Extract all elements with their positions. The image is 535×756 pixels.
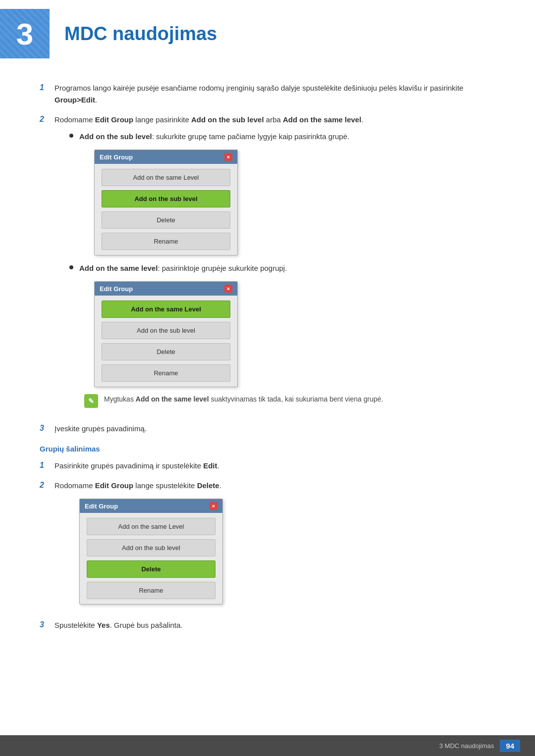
step-2-number: 2 — [40, 115, 54, 124]
section-heading: Grupių šalinimas — [40, 445, 495, 453]
dialog-1: Edit Group × Add on the same Level Add o… — [94, 150, 238, 255]
dialog-3-btn-2[interactable]: Add on the sub level — [87, 539, 215, 556]
footer-label: 3 MDC naudojimas — [439, 742, 494, 750]
footer-page-num: 94 — [500, 740, 520, 752]
dialog-2: Edit Group × Add on the same Level Add o… — [94, 281, 238, 387]
dialog-2-btn-2[interactable]: Add on the sub level — [102, 322, 230, 339]
dialog-1-close[interactable]: × — [224, 153, 232, 161]
del-step-2-number: 2 — [40, 481, 54, 490]
dialog-2-title: Edit Group — [100, 285, 133, 293]
del-step-3: 3 Spustelėkite Yes. Grupė bus pašalinta. — [40, 619, 495, 631]
dialog-3-titlebar: Edit Group × — [80, 499, 222, 513]
step-2: 2 Rodomame Edit Group lange pasirinkite … — [40, 114, 495, 415]
step-3-text: Įveskite grupės pavadinimą. — [54, 423, 495, 435]
step-1-text: Programos lango kairėje pusėje esančiame… — [54, 82, 495, 106]
dialog-1-btn-1[interactable]: Add on the same Level — [102, 169, 230, 186]
bullet-dot-2 — [69, 265, 73, 269]
del-step-2-text: Rodomame Edit Group lange spustelėkite D… — [54, 481, 221, 490]
dialog-2-body: Add on the same Level Add on the sub lev… — [95, 296, 237, 387]
dialog-2-btn-1[interactable]: Add on the same Level — [102, 301, 230, 318]
dialog-3-title: Edit Group — [85, 503, 118, 510]
step-1-number: 1 — [40, 83, 54, 92]
bullet-section-1: Add on the sub level: sukurkite grupę ta… — [69, 131, 495, 408]
page-footer: 3 MDC naudojimas 94 — [0, 735, 535, 756]
note-text: Mygtukas Add on the same level suaktyvin… — [104, 394, 383, 404]
dialog-2-wrapper: Edit Group × Add on the same Level Add o… — [94, 281, 495, 387]
main-content: 1 Programos lango kairėje pusėje esančia… — [0, 67, 535, 679]
bullet-item-1: Add on the sub level: sukurkite grupę ta… — [69, 131, 495, 143]
del-step-1: 1 Pasirinkite grupės pavadinimą ir spust… — [40, 460, 495, 472]
dialog-3-btn-1[interactable]: Add on the same Level — [87, 518, 215, 535]
del-step-2: 2 Rodomame Edit Group lange spustelėkite… — [40, 480, 495, 611]
dialog-1-title: Edit Group — [100, 153, 133, 161]
del-step-1-text: Pasirinkite grupės pavadinimą ir spustel… — [54, 460, 495, 472]
dialog-3-body: Add on the same Level Add on the sub lev… — [80, 513, 222, 604]
dialog-2-btn-4[interactable]: Rename — [102, 364, 230, 382]
step-3: 3 Įveskite grupės pavadinimą. — [40, 423, 495, 435]
bullet-item-2: Add on the same level: pasirinktoje grup… — [69, 262, 495, 274]
del-step-1-number: 1 — [40, 461, 54, 470]
step-3-number: 3 — [40, 424, 54, 433]
dialog-1-body: Add on the same Level Add on the sub lev… — [95, 164, 237, 255]
chapter-number-box: 3 — [0, 9, 50, 58]
chapter-title: MDC naudojimas — [64, 23, 217, 45]
dialog-2-titlebar: Edit Group × — [95, 282, 237, 296]
dialog-3-wrapper: Edit Group × Add on the same Level Add o… — [79, 499, 495, 605]
dialog-1-titlebar: Edit Group × — [95, 150, 237, 164]
page-header: 3 MDC naudojimas — [0, 0, 535, 67]
dialog-1-btn-2[interactable]: Add on the sub level — [102, 190, 230, 207]
dialog-1-btn-3[interactable]: Delete — [102, 211, 230, 229]
note-box: ✎ Mygtukas Add on the same level suaktyv… — [84, 394, 495, 408]
note-icon: ✎ — [84, 394, 98, 408]
dialog-3-btn-4[interactable]: Rename — [87, 582, 215, 599]
dialog-1-wrapper: Edit Group × Add on the same Level Add o… — [94, 150, 495, 255]
bullet-1-text: Add on the sub level: sukurkite grupę ta… — [79, 131, 349, 143]
dialog-3-close[interactable]: × — [210, 502, 217, 510]
dialog-2-close[interactable]: × — [224, 285, 232, 293]
dialog-3-btn-3[interactable]: Delete — [87, 560, 215, 578]
bullet-dot-1 — [69, 134, 73, 138]
del-step-3-text: Spustelėkite Yes. Grupė bus pašalinta. — [54, 619, 495, 631]
step-1: 1 Programos lango kairėje pusėje esančia… — [40, 82, 495, 106]
dialog-2-btn-3[interactable]: Delete — [102, 343, 230, 360]
bullet-2-text: Add on the same level: pasirinktoje grup… — [79, 262, 287, 274]
dialog-3: Edit Group × Add on the same Level Add o… — [79, 499, 223, 605]
chapter-number: 3 — [16, 16, 33, 51]
step-2-text: Rodomame Edit Group lange pasirinkite Ad… — [54, 115, 364, 124]
del-step-3-number: 3 — [40, 620, 54, 629]
dialog-1-btn-4[interactable]: Rename — [102, 233, 230, 250]
